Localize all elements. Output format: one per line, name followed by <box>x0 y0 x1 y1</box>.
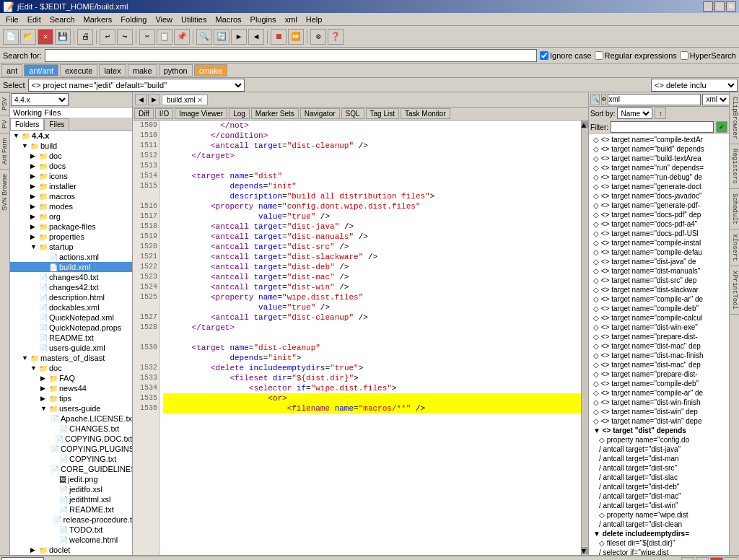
tag-latex[interactable]: latex <box>99 64 126 76</box>
regex-check[interactable]: Regular expressions <box>595 51 677 60</box>
editor-nav-back[interactable]: ◀ <box>135 94 147 105</box>
bottom-btn-3[interactable]: ✕ <box>710 557 723 561</box>
tree-item-docs[interactable]: ▶📁docs <box>10 161 132 171</box>
right-tree-dist-mac2[interactable]: ◇ <> target name="dist-mac" dep <box>589 359 729 369</box>
right-tree-compile-instal[interactable]: ◇ <> target name="compile-instal <box>589 237 729 247</box>
print-button[interactable]: 🖨 <box>77 29 93 45</box>
right-tree-antcall-win[interactable]: / antcall target="dist-win" <box>589 500 729 509</box>
hypersearch-check[interactable]: HyperSearch <box>680 51 736 60</box>
undo-button[interactable]: ↩ <box>100 29 115 45</box>
sec-tab-task-monitor[interactable]: Task Monitor <box>401 108 450 119</box>
filter-input[interactable] <box>611 121 714 133</box>
select-dropdown[interactable]: <> project name="jedit" default="build" <box>28 79 245 92</box>
maximize-button[interactable]: □ <box>714 1 725 12</box>
ignore-case-check[interactable]: Ignore case <box>540 51 591 60</box>
right-tree-antcall-man[interactable]: / antcall target="dist-man <box>589 453 729 463</box>
right-panel-select[interactable]: xml <box>702 94 730 105</box>
right-settings-btn[interactable]: ⚙ <box>601 94 606 105</box>
vert-tab-pv[interactable]: PV <box>0 115 9 133</box>
right-tree-fileset[interactable]: ◇ fileset dir="${dist.dir}" <box>589 538 729 547</box>
tree-item-copying-doc[interactable]: 📄COPYING.DOC.txt <box>10 434 132 444</box>
vert-tab-schedult[interactable]: Schedult <box>730 189 739 229</box>
right-tree-generate-pdf[interactable]: ◇ <> target name="generate-pdf- <box>589 200 729 209</box>
tab-build-xml[interactable]: build.xml ✕ <box>162 95 208 105</box>
right-tree-run-debug[interactable]: ◇ <> target name="run-debug" de <box>589 172 729 181</box>
right-select-dropdown[interactable]: <> delete inclu <box>651 79 738 92</box>
menu-file[interactable]: File <box>1 14 23 25</box>
bottom-btn-1[interactable]: ⚙ <box>681 557 694 561</box>
right-tree-antcall-deb[interactable]: / antcall target="dist-deb" <box>589 481 729 491</box>
tree-item-news44[interactable]: ▶📁news44 <box>10 383 132 393</box>
menu-markers[interactable]: Markers <box>79 14 117 25</box>
sec-tab-marker-sets[interactable]: Marker Sets <box>251 108 299 119</box>
tree-item-properties[interactable]: ▶📁properties <box>10 232 132 242</box>
right-tree-run[interactable]: ◇ <> target name="run" depends= <box>589 162 729 172</box>
tag-antant[interactable]: ant/ant <box>24 64 58 76</box>
right-tree-antcall-src[interactable]: / antcall target="dist-src" <box>589 463 729 472</box>
filter-clear-btn[interactable]: ✓ <box>716 121 727 133</box>
tree-item-masters[interactable]: ▼📁masters_of_disast <box>10 353 132 363</box>
right-tree-dist-win2[interactable]: ◇ <> target name="dist-win" depe <box>589 416 729 425</box>
vert-tab-registers[interactable]: Registers <box>730 144 739 189</box>
right-tree-wipe-property[interactable]: ◇ property name="wipe.dist <box>589 509 729 519</box>
menu-edit[interactable]: Edit <box>23 14 45 25</box>
right-tree-dist-slackwar[interactable]: ◇ <> target name="dist-slackwar <box>589 284 729 294</box>
tree-item-package-files[interactable]: ▶📁package-files <box>10 222 132 232</box>
tree-item-changes42[interactable]: 📄changes42.txt <box>10 282 132 292</box>
tree-item-changes40[interactable]: 📄changes40.txt <box>10 272 132 282</box>
right-tree-dist-java[interactable]: ◇ <> target name="dist-java" de <box>589 256 729 266</box>
help-toolbar-button[interactable]: ❓ <box>328 29 344 45</box>
tree-item-readme[interactable]: 📄README.txt <box>10 333 132 343</box>
menu-help[interactable]: Help <box>302 14 327 25</box>
open-file-button[interactable]: 📂 <box>20 29 36 45</box>
sec-tab-diff[interactable]: Diff <box>134 108 154 119</box>
bottom-btn-2[interactable]: ⚙ <box>696 557 709 561</box>
redo-button[interactable]: ↪ <box>117 29 133 45</box>
right-tree-prepare-dist2[interactable]: ◇ <> target name="prepare-dist- <box>589 369 729 378</box>
right-tree-compile-deb2[interactable]: ◇ <> target name="compile-deb" <box>589 378 729 388</box>
scroll-thumb[interactable] <box>582 130 588 546</box>
vert-tab-ant-farm[interactable]: Ant Farm <box>0 133 9 169</box>
tree-item-doc[interactable]: ▶📁doc <box>10 151 132 161</box>
sec-tab-log[interactable]: Log <box>229 108 250 119</box>
right-tree-dist-src[interactable]: ◇ <> target name="dist-src" dep <box>589 275 729 284</box>
bottom-system-select[interactable]: System <box>1 557 44 561</box>
right-tree-docs-pdf[interactable]: ◇ <> target name="docs-pdf" dep <box>589 209 729 219</box>
find-next-button[interactable]: ▶ <box>231 29 247 45</box>
settings-button[interactable]: ⚙ <box>310 29 326 45</box>
tree-item-doc2[interactable]: ▼📁doc <box>10 363 132 373</box>
tree-item-copying[interactable]: 📄COPYING.txt <box>10 454 132 464</box>
tab-files[interactable]: Files <box>44 118 69 130</box>
right-tree-compile-defau[interactable]: ◇ <> target name="compile-defau <box>589 247 729 256</box>
right-tree-compile-textar[interactable]: ◇ <> target name="compile-textAr <box>589 134 729 144</box>
tree-item-installer[interactable]: ▶📁installer <box>10 181 132 191</box>
tag-cmake[interactable]: cmake <box>194 64 227 76</box>
menu-view[interactable]: View <box>151 14 177 25</box>
tree-item-users-guide[interactable]: 📄users-guide.xml <box>10 343 132 353</box>
copy-button[interactable]: 📋 <box>157 29 172 45</box>
tree-item-actions-xml[interactable]: 📄actions.xml <box>10 252 132 262</box>
sec-tab-sql[interactable]: SQL <box>341 108 364 119</box>
vert-tab-xprinttool[interactable]: XPrintTool <box>730 266 739 315</box>
right-tree-antcall-clean[interactable]: / antcall target="dist-clean <box>589 519 729 528</box>
code-content[interactable]: </not> </condition> <antcall target="dis… <box>160 121 581 555</box>
right-tree-antcall-slac[interactable]: / antcall target="dist-slac <box>589 472 729 481</box>
tree-item-startup[interactable]: ▼📁startup <box>10 242 132 252</box>
scroll-up[interactable]: ▲ <box>582 121 589 128</box>
vert-tab-xinsert[interactable]: XInsert <box>730 229 739 266</box>
right-tree-build-textarea[interactable]: ◇ <> target name="build-textArea <box>589 153 729 162</box>
tree-item-users-guide2[interactable]: ▼📁users-guide <box>10 403 132 414</box>
tree-item-release[interactable]: 📄release-procedure.t <box>10 515 132 525</box>
right-tree-config-property[interactable]: ◇ property name="config.do <box>589 434 729 444</box>
search-input[interactable] <box>45 49 537 62</box>
vert-tab-psv[interactable]: PSV <box>0 92 9 115</box>
right-tree-delete-expanded[interactable]: ▼ delete includeemptydirs= <box>589 528 729 538</box>
menu-plugins[interactable]: Plugins <box>246 14 281 25</box>
right-search-input[interactable] <box>608 94 701 105</box>
tree-item-welcome[interactable]: 📄welcome.html <box>10 535 132 545</box>
code-editor[interactable]: 1509 1510 1511 1512 1513 1514 1515 1516 … <box>133 121 588 555</box>
right-tree-compile-ar[interactable]: ◇ <> target name="compile-ar" de <box>589 294 729 303</box>
hypersearch-checkbox[interactable] <box>680 51 688 60</box>
tree-item-org[interactable]: ▶📁org <box>10 211 132 222</box>
ignore-case-checkbox[interactable] <box>540 51 548 60</box>
